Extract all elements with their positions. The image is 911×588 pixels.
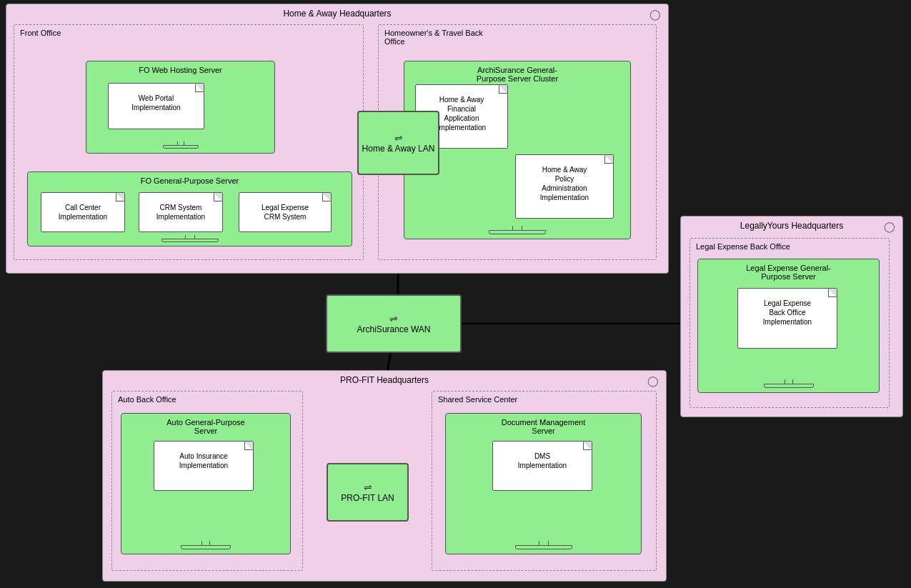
fo-general-purpose-server: FO General-Purpose Server Call CenterImp… <box>27 171 352 246</box>
profit-hq-label: PRO-FIT Headquarters <box>340 375 429 385</box>
shared-service-center-box: Shared Service Center Document Managemen… <box>432 391 657 571</box>
home-away-hq: Home & Away Headquarters ◯ Front Office … <box>6 4 669 274</box>
auto-general-purpose-server: Auto General-PurposeServer Auto Insuranc… <box>121 413 291 554</box>
archisurance-general-label: ArchiSurance General-Purpose Server Clus… <box>404 66 630 83</box>
legal-expense-impl-doc: Legal ExpenseBack OfficeImplementation <box>737 288 837 349</box>
legal-expense-impl-corner <box>828 289 837 297</box>
legal-expense-crm-label: Legal ExpenseCRM System <box>239 193 331 224</box>
legal-expense-crm-doc: Legal ExpenseCRM System <box>239 192 332 232</box>
policy-admin-corner <box>604 155 613 164</box>
archisurance-wan-node[interactable]: ⇌ ArchiSurance WAN <box>326 294 462 353</box>
auto-insurance-doc: Auto InsuranceImplementation <box>154 441 254 491</box>
policy-admin-doc: Home & AwayPolicyAdministrationImplement… <box>515 154 614 219</box>
legally-yours-hq-label: LegallyYours Headquarters <box>740 221 843 231</box>
crm-system-corner <box>214 193 222 201</box>
dms-impl-doc: DMSImplementation <box>492 441 592 491</box>
legal-expense-server-label: Legal Expense General-Purpose Server <box>698 264 879 281</box>
fo-web-hosting-label: FO Web Hosting Server <box>86 66 274 74</box>
dms-impl-label: DMSImplementation <box>493 442 592 473</box>
financial-app-corner <box>499 85 507 94</box>
auto-insurance-label: Auto InsuranceImplementation <box>154 442 253 473</box>
legal-expense-bo-label: Legal Expense Back Office <box>696 242 790 251</box>
profit-lan-arrows-icon: ⇌ <box>364 482 372 493</box>
call-center-label: Call CenterImplementation <box>41 193 124 224</box>
auto-bo-box: Auto Back Office Auto General-PurposeSer… <box>111 391 303 571</box>
document-mgmt-server: Document ManagementServer DMSImplementat… <box>445 413 642 554</box>
lan-arrows-icon: ⇌ <box>394 132 403 144</box>
web-portal-label: Web PortalImplementation <box>109 84 204 115</box>
archisurance-wan-label: ArchiSurance WAN <box>357 324 431 334</box>
web-portal-corner <box>195 84 204 92</box>
legal-expense-bo-box: Legal Expense Back Office Legal Expense … <box>690 238 890 408</box>
legally-yours-pin: ◯ <box>884 221 895 232</box>
dms-impl-corner <box>583 442 592 450</box>
crm-system-label: CRM SystemImplementation <box>139 193 222 224</box>
profit-lan-label: PRO-FIT LAN <box>341 493 394 503</box>
auto-general-purpose-label: Auto General-PurposeServer <box>121 418 290 435</box>
auto-insurance-corner <box>244 442 253 450</box>
home-away-lan-label: Home & Away LAN <box>362 144 435 154</box>
policy-admin-label: Home & AwayPolicyAdministrationImplement… <box>516 155 613 205</box>
call-center-corner <box>116 193 124 201</box>
document-mgmt-label: Document ManagementServer <box>446 418 641 435</box>
diagram-area: Home & Away Headquarters ◯ Front Office … <box>0 0 911 588</box>
homeowners-travel-bo-label: Homeowner's & Travel BackOffice <box>384 29 483 46</box>
profit-lan-node[interactable]: ⇌ PRO-FIT LAN <box>327 463 409 522</box>
auto-bo-label: Auto Back Office <box>118 395 176 404</box>
front-office-box: Front Office FO Web Hosting Server Web P… <box>14 24 364 260</box>
profit-pin: ◯ <box>647 375 659 387</box>
call-center-doc: Call CenterImplementation <box>41 192 125 232</box>
web-portal-doc: Web PortalImplementation <box>108 83 204 129</box>
home-away-lan-node[interactable]: ⇌ Home & Away LAN <box>357 111 439 175</box>
crm-system-doc: CRM SystemImplementation <box>139 192 223 232</box>
home-away-hq-pin: ◯ <box>649 9 661 20</box>
legal-expense-crm-corner <box>322 193 331 201</box>
legally-yours-hq: LegallyYours Headquarters ◯ Legal Expens… <box>680 216 903 417</box>
shared-service-center-label: Shared Service Center <box>438 395 517 404</box>
fo-web-hosting-server: FO Web Hosting Server Web PortalImplemen… <box>86 61 275 154</box>
legal-expense-server: Legal Expense General-Purpose Server Leg… <box>697 259 880 393</box>
wan-arrows-icon: ⇌ <box>389 313 398 324</box>
fo-general-purpose-label: FO General-Purpose Server <box>28 176 352 185</box>
home-away-hq-label: Home & Away Headquarters <box>283 9 391 19</box>
legal-expense-impl-label: Legal ExpenseBack OfficeImplementation <box>738 289 837 329</box>
front-office-label: Front Office <box>20 29 61 37</box>
